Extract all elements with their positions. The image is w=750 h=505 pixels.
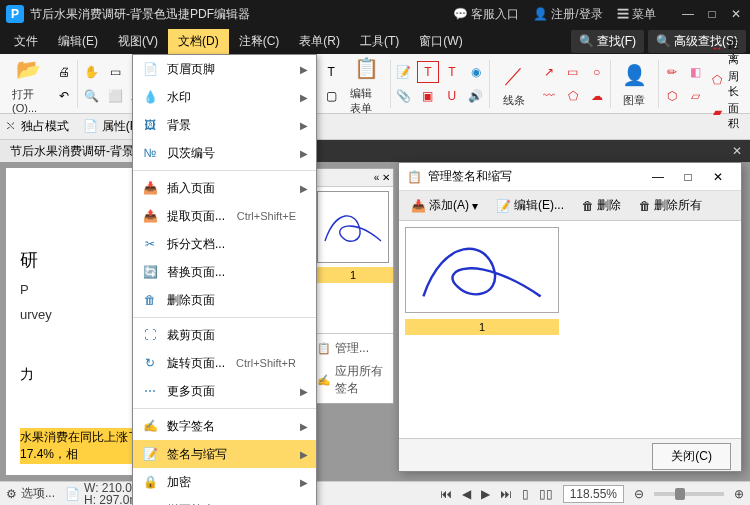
dialog-min[interactable]: —: [643, 170, 673, 184]
rect-icon[interactable]: ▭: [562, 61, 584, 83]
menu-item[interactable]: 📤提取页面...Ctrl+Shift+E: [133, 202, 316, 230]
nav-next[interactable]: ▶: [481, 487, 490, 501]
delete-signature-button[interactable]: 🗑 删除: [576, 194, 627, 217]
menu-item-icon: 📄: [141, 60, 159, 78]
menu-item[interactable]: 🔄替换页面...: [133, 258, 316, 286]
menu-tool[interactable]: 工具(T): [350, 29, 409, 54]
layout2-icon[interactable]: ▯▯: [539, 487, 553, 501]
hand-icon[interactable]: ✋: [80, 61, 102, 83]
edit-signature-button[interactable]: 📝 编辑(E)...: [490, 194, 570, 217]
zoom-value[interactable]: 118.55%: [563, 485, 624, 503]
menu-item[interactable]: 🗑删除页面: [133, 286, 316, 314]
folder-icon: 📂: [13, 53, 45, 85]
dialog-close[interactable]: ✕: [703, 170, 733, 184]
login-link[interactable]: 👤 注册/登录: [533, 6, 603, 23]
zoom-in[interactable]: ⊕: [734, 487, 744, 501]
options-button[interactable]: ⚙ 选项...: [6, 485, 55, 502]
menu-item-label: 旋转页面...: [167, 355, 225, 372]
print-icon[interactable]: 🖨: [53, 61, 75, 83]
signature-thumb[interactable]: [317, 191, 389, 263]
close-button[interactable]: ✕: [728, 6, 744, 22]
minimize-button[interactable]: —: [680, 6, 696, 22]
arrow-icon[interactable]: ↗: [538, 61, 560, 83]
undo-icon[interactable]: ↶: [53, 85, 75, 107]
open-button[interactable]: 📂 打开(O)...: [6, 53, 51, 114]
cloud-icon[interactable]: ☁: [586, 85, 608, 107]
perim-icon[interactable]: ⬠: [709, 69, 726, 91]
text-icon[interactable]: T: [417, 61, 439, 83]
chevron-right-icon: ▶: [300, 449, 308, 460]
zoom-slider[interactable]: [654, 492, 724, 496]
objedit-icon[interactable]: ▢: [320, 85, 342, 107]
service-link[interactable]: 💬 客服入口: [453, 6, 519, 23]
add-signature-button[interactable]: 📥 添加(A) ▾: [405, 194, 484, 217]
polygon-icon[interactable]: ⬠: [562, 85, 584, 107]
menu-form[interactable]: 表单(R): [289, 29, 350, 54]
highlight-icon[interactable]: T: [441, 61, 463, 83]
shape2-icon[interactable]: ▱: [685, 85, 707, 107]
underline-icon[interactable]: U: [441, 85, 463, 107]
line-icon: ／: [498, 59, 530, 91]
eraser-icon[interactable]: ◧: [685, 61, 707, 83]
menu-item[interactable]: 🔒加密▶: [133, 468, 316, 496]
menu-window[interactable]: 窗口(W): [409, 29, 472, 54]
menu-item[interactable]: 📄页眉页脚▶: [133, 55, 316, 83]
select-icon[interactable]: ▭: [104, 61, 126, 83]
dialog-max[interactable]: □: [673, 170, 703, 184]
menu-item[interactable]: ⋯更多页面▶: [133, 377, 316, 405]
zoom-icon[interactable]: 🔍: [80, 85, 102, 107]
attach-icon[interactable]: 📎: [393, 85, 415, 107]
find-button[interactable]: 🔍 查找(F): [571, 30, 644, 53]
dist-icon[interactable]: ↔: [709, 37, 726, 59]
edit-form-button[interactable]: 📋 编辑表单: [344, 52, 388, 116]
menu-item[interactable]: ✂拆分文档...: [133, 230, 316, 258]
menu-file[interactable]: 文件: [4, 29, 48, 54]
signature-item[interactable]: [405, 227, 559, 313]
exclusive-mode[interactable]: ⛌ 独占模式: [6, 118, 69, 135]
menu-item-label: 拼写检查: [167, 502, 215, 506]
callout-icon[interactable]: ▣: [417, 85, 439, 107]
line-tool[interactable]: ／ 线条: [492, 59, 536, 108]
zoom-out[interactable]: ⊖: [634, 487, 644, 501]
menu-item-icon: ✂: [141, 235, 159, 253]
menu-edit[interactable]: 编辑(E): [48, 29, 108, 54]
nav-prev[interactable]: ◀: [462, 487, 471, 501]
menu-comment[interactable]: 注释(C): [229, 29, 290, 54]
note-icon[interactable]: 📝: [393, 61, 415, 83]
layout1-icon[interactable]: ▯: [522, 487, 529, 501]
fit-icon[interactable]: ⬜: [104, 85, 126, 107]
menu-view[interactable]: 视图(V): [108, 29, 168, 54]
chevron-right-icon: ▶: [300, 477, 308, 488]
stamp-icon[interactable]: ◉: [465, 61, 487, 83]
nav-last[interactable]: ⏭: [500, 487, 512, 501]
menu-item[interactable]: 📝签名与缩写▶: [133, 440, 316, 468]
tab-close-all[interactable]: ✕: [724, 144, 750, 158]
delete-all-button[interactable]: 🗑 删除所有: [633, 194, 708, 217]
textedit-icon[interactable]: T: [320, 61, 342, 83]
area-icon[interactable]: ▰: [709, 101, 726, 123]
menu-item[interactable]: 📥插入页面▶: [133, 174, 316, 202]
close-button[interactable]: 关闭(C): [652, 443, 731, 470]
apply-all-button[interactable]: ✍ 应用所有签名: [317, 363, 389, 397]
stamp-tool[interactable]: 👤 图章: [612, 59, 656, 108]
menu-item[interactable]: ✍数字签名▶: [133, 412, 316, 440]
manage-signatures-button[interactable]: 📋 管理...: [317, 340, 389, 357]
menu-item[interactable]: ᴬᴮ拼写检查F7: [133, 496, 316, 505]
oval-icon[interactable]: ○: [586, 61, 608, 83]
pencil-icon[interactable]: ✏: [661, 61, 683, 83]
menu-item[interactable]: №贝茨编号▶: [133, 139, 316, 167]
nav-first[interactable]: ⏮: [440, 487, 452, 501]
menu-document[interactable]: 文档(D): [168, 29, 229, 54]
shape1-icon[interactable]: ⬡: [661, 85, 683, 107]
menu-item-label: 水印: [167, 89, 191, 106]
menu-item[interactable]: ⛶裁剪页面: [133, 321, 316, 349]
menu-item[interactable]: 💧水印▶: [133, 83, 316, 111]
menu-item[interactable]: 🖼背景▶: [133, 111, 316, 139]
sound-icon[interactable]: 🔊: [465, 85, 487, 107]
panel-collapse[interactable]: « ✕: [313, 169, 393, 187]
menu-item[interactable]: ↻旋转页面...Ctrl+Shift+R: [133, 349, 316, 377]
menu-link[interactable]: ☰ 菜单: [617, 6, 656, 23]
maximize-button[interactable]: □: [704, 6, 720, 22]
menu-item-icon: ↻: [141, 354, 159, 372]
polyline-icon[interactable]: 〰: [538, 85, 560, 107]
